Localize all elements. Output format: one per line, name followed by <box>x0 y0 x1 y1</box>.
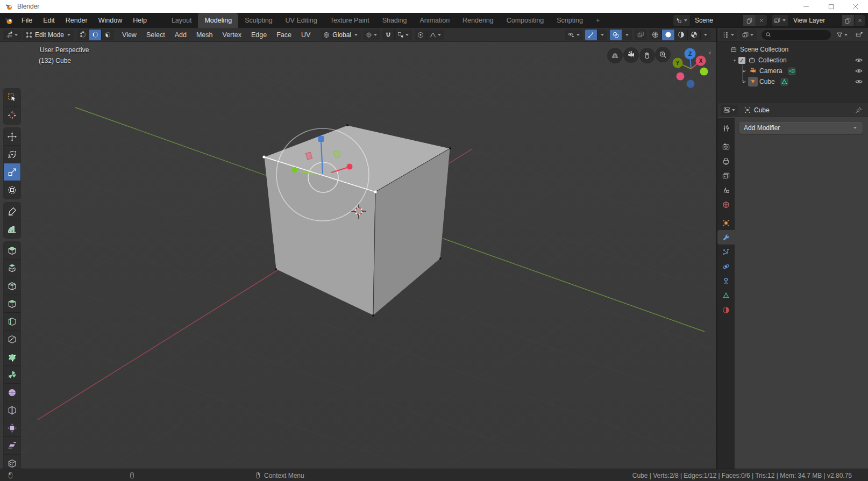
viewport-menu-select[interactable]: Select <box>141 28 170 42</box>
properties-tab-object-data[interactable] <box>717 288 735 303</box>
menu-edit[interactable]: Edit <box>38 13 60 28</box>
properties-tab-tool[interactable] <box>717 121 735 135</box>
properties-tab-object[interactable] <box>717 216 735 230</box>
tool-knife[interactable] <box>4 331 20 348</box>
add-modifier-dropdown[interactable]: Add Modifier <box>739 122 863 134</box>
editor-type-button[interactable] <box>3 30 21 40</box>
shading-dropdown[interactable] <box>701 30 710 40</box>
viewport-menu-mesh[interactable]: Mesh <box>191 28 218 42</box>
tool-bevel[interactable] <box>4 295 20 313</box>
outliner-row-cube[interactable]: ▶Cube <box>717 76 868 87</box>
scene-name-field[interactable]: Scene <box>691 15 743 26</box>
new-view-layer-button[interactable] <box>842 15 855 26</box>
shading-wireframe-button[interactable] <box>649 30 662 40</box>
xray-toggle[interactable] <box>635 30 647 40</box>
properties-tab-scene[interactable] <box>717 183 735 197</box>
properties-tab-output[interactable] <box>717 154 735 168</box>
eye-icon[interactable] <box>855 56 863 64</box>
eye-icon[interactable] <box>855 77 863 86</box>
pivot-point-dropdown[interactable] <box>363 30 380 40</box>
tool-smooth[interactable] <box>4 384 20 401</box>
view-layer-name-field[interactable]: View Layer <box>789 15 842 26</box>
snap-target-dropdown[interactable] <box>395 30 412 40</box>
zoom-view-button[interactable] <box>655 47 671 62</box>
toggle-perspective-button[interactable] <box>607 48 623 63</box>
properties-tab-world[interactable] <box>717 197 735 212</box>
workspace-tab-modeling[interactable]: Modeling <box>198 13 238 28</box>
properties-editor-type-button[interactable] <box>721 105 738 116</box>
show-gizmos-toggle[interactable] <box>585 30 597 40</box>
properties-tab-constraints[interactable] <box>717 274 735 288</box>
tool-loop-cut[interactable] <box>4 313 20 331</box>
show-overlays-toggle[interactable] <box>610 30 622 40</box>
pan-view-button[interactable] <box>639 48 655 63</box>
viewport-menu-uv[interactable]: UV <box>296 28 315 42</box>
properties-tab-render[interactable] <box>717 139 735 154</box>
shading-material-button[interactable] <box>675 30 688 40</box>
select-mode-face-button[interactable] <box>102 30 114 40</box>
workspace-tab-animation[interactable]: Animation <box>414 13 457 28</box>
tool-poly-build[interactable] <box>4 348 20 366</box>
outliner-row-camera[interactable]: ▶Camera <box>717 66 868 76</box>
cube-mesh[interactable] <box>262 124 451 317</box>
shading-solid-button[interactable] <box>662 30 675 40</box>
properties-tab-particles[interactable] <box>717 245 735 259</box>
tool-edge-slide[interactable] <box>4 401 20 419</box>
outliner-filter-dropdown[interactable] <box>834 30 851 40</box>
workspace-tab-scripting[interactable]: Scripting <box>550 13 589 28</box>
checkbox-checked[interactable]: ✓ <box>738 57 745 64</box>
tool-rotate[interactable] <box>4 146 20 163</box>
overlays-dropdown[interactable] <box>622 30 632 40</box>
mode-dropdown[interactable]: Edit Mode <box>23 30 74 40</box>
new-collection-button[interactable] <box>853 30 865 40</box>
tool-scale[interactable] <box>4 163 20 181</box>
viewport-menu-view[interactable]: View <box>117 28 141 42</box>
tool-inset-faces[interactable] <box>4 277 20 295</box>
snap-toggle-button[interactable] <box>382 30 395 40</box>
gizmos-dropdown[interactable] <box>597 30 607 40</box>
view-layer-browse-button[interactable] <box>772 15 789 26</box>
workspace-tab-sculpting[interactable]: Sculpting <box>238 13 279 28</box>
menu-render[interactable]: Render <box>60 13 93 28</box>
workspace-tab-compositing[interactable]: Compositing <box>500 13 550 28</box>
object-visibility-dropdown[interactable] <box>565 30 583 40</box>
transform-orientation-dropdown[interactable]: Global <box>321 30 361 40</box>
tool-annotate[interactable] <box>4 203 20 220</box>
properties-tab-physics[interactable] <box>717 259 735 274</box>
viewport-menu-vertex[interactable]: Vertex <box>217 28 246 42</box>
close-button[interactable] <box>843 0 868 13</box>
eye-icon[interactable] <box>855 67 863 75</box>
workspace-tab-rendering[interactable]: Rendering <box>456 13 500 28</box>
tool-select-box[interactable] <box>4 89 20 106</box>
outliner-row-collection[interactable]: ▼✓Collection <box>717 55 868 66</box>
outliner-display-mode-dropdown[interactable] <box>720 30 737 40</box>
select-mode-edge-button[interactable] <box>89 30 102 40</box>
viewport-menu-add[interactable]: Add <box>170 28 191 42</box>
disclosure-down-icon[interactable]: ▼ <box>731 59 738 62</box>
tool-cursor[interactable] <box>4 106 20 124</box>
properties-tab-view-layer[interactable] <box>717 168 735 183</box>
workspace-tab-layout[interactable]: Layout <box>165 13 198 28</box>
tool-move[interactable] <box>4 128 20 146</box>
shading-rendered-button[interactable] <box>688 30 701 40</box>
pin-icon[interactable] <box>855 106 863 114</box>
minimize-button[interactable] <box>794 0 819 13</box>
properties-tab-modifiers[interactable] <box>717 230 735 245</box>
outliner-search-input[interactable] <box>762 30 831 40</box>
workspace-tab-shading[interactable]: Shading <box>376 13 414 28</box>
camera-view-button[interactable] <box>623 47 639 63</box>
menu-file[interactable]: File <box>16 13 38 28</box>
maximize-button[interactable] <box>819 0 843 13</box>
tool-add-cube[interactable] <box>4 242 20 260</box>
viewport-3d[interactable]: Z Y X User Perspective (132) Cube ‹ <box>0 42 716 469</box>
tool-shrink-fatten[interactable] <box>4 419 20 437</box>
proportional-falloff-dropdown[interactable] <box>427 30 444 40</box>
properties-tab-material[interactable] <box>717 303 735 317</box>
tool-shear[interactable] <box>4 437 20 455</box>
workspace-tab-uv-editing[interactable]: UV Editing <box>279 13 324 28</box>
tool-measure[interactable] <box>4 220 20 238</box>
sidebar-collapse-arrow[interactable]: ‹ <box>709 48 711 56</box>
editor-divider[interactable] <box>716 28 717 469</box>
new-scene-button[interactable] <box>743 15 756 26</box>
select-mode-vertex-button[interactable] <box>77 30 89 40</box>
